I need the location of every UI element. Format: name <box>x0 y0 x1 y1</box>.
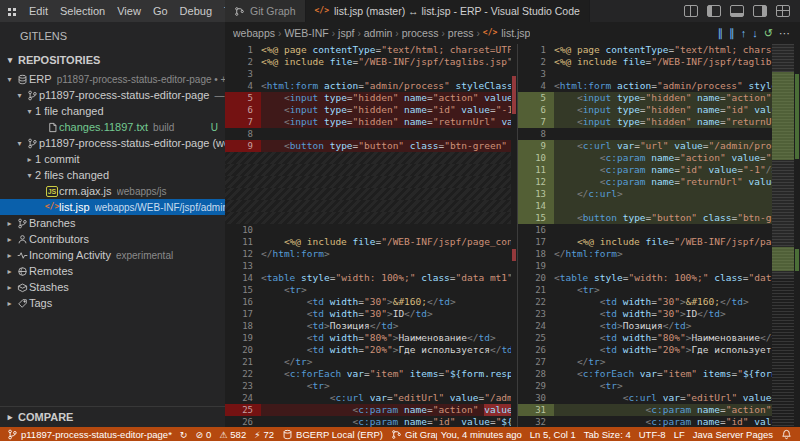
next-change-icon[interactable]: ↓ <box>752 27 758 39</box>
code-line[interactable]: 15 <button type="button" class="btn-gree… <box>518 212 772 224</box>
code-line[interactable]: 21 </tr> <box>225 356 511 368</box>
tree-item-1-commit[interactable]: ▸1 commit <box>0 151 225 167</box>
code-line[interactable]: 23 <td width="30">ID</td> <box>518 308 772 320</box>
code-line[interactable]: 25 <c:param name="action" value="statusG… <box>225 404 511 416</box>
status-cursor-position[interactable]: Ln 5, Col 1 <box>526 427 580 441</box>
code-line[interactable]: 18</html:form> <box>518 248 772 260</box>
breadcrumb-item-press[interactable]: press <box>448 27 474 39</box>
code-line[interactable]: 5 <input type="hidden" name="action" val… <box>518 92 772 104</box>
tree-item-incoming-activity[interactable]: ▸Incoming Activityexperimental <box>0 247 225 263</box>
breadcrumb-item-jspf[interactable]: jspf <box>338 27 354 39</box>
code-line[interactable]: 31 <c:param name="action" value="statusG… <box>518 404 772 416</box>
code-line[interactable]: 19 <box>518 260 772 272</box>
code-line[interactable]: 7 <input type="hidden" name="returnUrl" … <box>518 116 772 128</box>
tree-item-p11897-process-status-editor-page-working[interactable]: ▾p11897-process-status-editor-page (work… <box>0 135 225 151</box>
code-line[interactable]: 1<%@ page contentType="text/html; charse… <box>225 44 511 56</box>
tree-item-contributors[interactable]: ▸Contributors <box>0 231 225 247</box>
toggle-secondary-sidebar-icon[interactable] <box>753 5 767 17</box>
code-line[interactable]: 4<html:form action="admin/process" style… <box>518 80 772 92</box>
code-line[interactable]: 26 <td width="20%">Где используется</td> <box>518 344 772 356</box>
code-line[interactable]: 22 <td width="30">&#160;</td> <box>518 296 772 308</box>
code-line[interactable]: 14<table style="width: 100%;" class="dat… <box>225 272 511 284</box>
tree-item-2-files-changed[interactable]: ▾2 files changed <box>0 167 225 183</box>
status-branch-indicator[interactable]: p11897-process-status-editor-page* <box>3 427 176 441</box>
tree-item-stashes[interactable]: ▸Stashes <box>0 279 225 295</box>
code-line[interactable]: 17 <td width="30">ID</td> <box>225 308 511 320</box>
status-errors-count[interactable]: ⊘0 <box>191 427 215 441</box>
code-line[interactable]: 32 <c:param name="id" value="${item.id}"… <box>518 416 772 427</box>
code-line[interactable]: 13 </c:url> <box>518 188 772 200</box>
tab-diff-list-jsp[interactable]: </> list.jsp (master) ↔ list.jsp - ERP -… <box>306 0 590 22</box>
minimap[interactable] <box>772 44 794 427</box>
menu-go[interactable]: Go <box>147 0 174 22</box>
tab-git-graph[interactable]: Git Graph <box>225 0 306 22</box>
tree-item-tags[interactable]: ▸Tags <box>0 295 225 311</box>
tree-item-remotes[interactable]: ▸Remotes <box>0 263 225 279</box>
status-blame-annotation[interactable]: You, 4 minutes ago <box>437 427 526 441</box>
code-line[interactable]: 12 <c:param name="returnUrl" value="${fo… <box>518 176 772 188</box>
status-notifications-bell[interactable] <box>777 427 796 441</box>
status-warnings-count[interactable]: ⚠582 <box>215 427 250 441</box>
code-line[interactable]: 14 <box>518 200 772 212</box>
inline-view-icon[interactable]: ∥ <box>718 27 724 40</box>
code-line[interactable]: 10 <c:param name="action" value="statusG… <box>518 152 772 164</box>
code-line[interactable]: 16 <box>518 224 772 236</box>
code-line[interactable]: 9 <button type="button" class="btn-green… <box>225 140 511 152</box>
code-line[interactable]: 11 <c:param name="id" value="-1"/> <box>518 164 772 176</box>
menu-view[interactable]: View <box>111 0 147 22</box>
more-actions-icon[interactable]: ⋯ <box>779 27 790 40</box>
code-line[interactable]: 6 <input type="hidden" name="id" value="… <box>518 104 772 116</box>
whitespace-icon[interactable]: ∥ <box>729 27 735 40</box>
status-zap-count[interactable]: ⚡72 <box>250 427 278 441</box>
menu-edit[interactable]: Edit <box>23 0 54 22</box>
code-line[interactable]: 2<%@ include file="/WEB-INF/jspf/taglibs… <box>225 56 511 68</box>
toggle-panel-icon[interactable] <box>730 5 744 17</box>
tree-item-changes-11897-txt[interactable]: changes.11897.txtbuildU <box>0 119 225 135</box>
status-sync-indicator[interactable]: ↻ <box>176 427 192 441</box>
code-line[interactable]: 17 <%@ include file="/WEB-INF/jspf/page_… <box>518 236 772 248</box>
tree-item-erp[interactable]: ▾ERPp11897-process-status-editor-page • … <box>0 71 225 87</box>
code-line[interactable]: 28 <c:forEach var="item" items="${form.r… <box>518 368 772 380</box>
status-language-mode[interactable]: Java Server Pages <box>689 427 777 441</box>
breadcrumb-item-admin[interactable]: admin <box>364 27 393 39</box>
code-line[interactable]: 19 <td width="80%">Наименование</td> <box>225 332 511 344</box>
revert-icon[interactable]: ↺ <box>764 27 773 40</box>
code-line[interactable]: 9 <c:url var="url" value="/admin/process… <box>518 140 772 152</box>
code-line[interactable]: 7 <input type="hidden" name="returnUrl" … <box>225 116 511 128</box>
code-line[interactable]: 25 <td width="80%">Наименование</td> <box>518 332 772 344</box>
code-line[interactable]: 20 <td width="20%">Где используется</td> <box>225 344 511 356</box>
app-menu-icon[interactable] <box>8 8 11 11</box>
code-line[interactable]: 4<html:form action="admin/process" style… <box>225 80 511 92</box>
code-line[interactable]: 26 <c:param name="id" value="${item.id}"… <box>225 416 511 427</box>
code-line[interactable]: 10 <box>225 224 511 236</box>
code-line[interactable]: 23 <tr> <box>225 380 511 392</box>
code-line[interactable]: 3 <box>518 68 772 80</box>
split-editor-icon[interactable] <box>684 5 698 17</box>
toggle-sidebar-icon[interactable] <box>707 5 721 17</box>
code-line[interactable]: 2<%@ include file="/WEB-INF/jspf/taglibs… <box>518 56 772 68</box>
code-line[interactable]: 30 <c:url var="editUrl" value="/admin/pr… <box>518 392 772 404</box>
tree-item-p11897-process-status-editor-page[interactable]: ▾p11897-process-status-editor-page— orig… <box>0 87 225 103</box>
breadcrumb-item-process[interactable]: process <box>402 27 439 39</box>
breadcrumb-item-web-inf[interactable]: WEB-INF <box>284 27 328 39</box>
status-bgerp-connection[interactable]: BGERP Local (ERP) <box>278 427 387 441</box>
code-line[interactable]: 22 <c:forEach var="item" items="${form.r… <box>225 368 511 380</box>
menu-selection[interactable]: Selection <box>54 0 111 22</box>
breadcrumb-item-list-jsp[interactable]: </>list.jsp <box>483 27 531 39</box>
code-line[interactable]: 5 <input type="hidden" name="action" val… <box>225 92 511 104</box>
previous-change-icon[interactable]: ↑ <box>741 27 747 39</box>
code-line[interactable]: 20<table style="width: 100%;" class="dat… <box>518 272 772 284</box>
status-encoding[interactable]: UTF-8 <box>635 427 670 441</box>
code-line[interactable]: 13 <box>225 260 511 272</box>
code-line[interactable]: 18 <td>Позиция</td> <box>225 320 511 332</box>
code-line[interactable]: 8 <box>518 128 772 140</box>
code-line[interactable]: 6 <input type="hidden" name="id" value="… <box>225 104 511 116</box>
code-line[interactable]: 21 <tr> <box>518 284 772 296</box>
code-line[interactable]: 29 <tr> <box>518 380 772 392</box>
code-line[interactable]: 24 <td>Позиция</td> <box>518 320 772 332</box>
menu-debug[interactable]: Debug <box>174 0 218 22</box>
status-git-graph-launcher[interactable]: Git Graph <box>387 427 437 441</box>
section-repositories[interactable]: ▾ REPOSITORIES <box>0 49 225 71</box>
code-line[interactable]: 24 <c:url var="editUrl" value="/admin/pr… <box>225 392 511 404</box>
tree-item-crm-ajax-js[interactable]: JScrm.ajax.jswebapps/js <box>0 183 225 199</box>
